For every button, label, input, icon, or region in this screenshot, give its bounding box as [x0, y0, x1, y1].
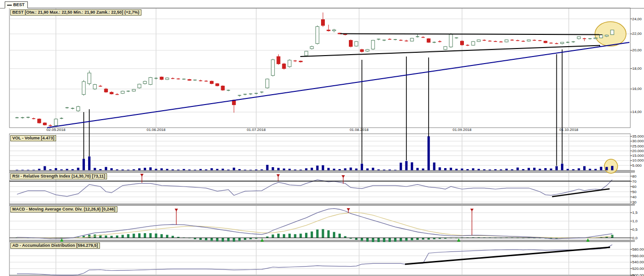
macd-histogram-bar — [155, 234, 157, 238]
candle-up — [366, 49, 369, 51]
macd-histogram-bar — [322, 229, 324, 238]
volume-bar — [605, 167, 608, 170]
volume-bar — [16, 170, 18, 170]
macd-histogram-bar — [233, 238, 235, 242]
candle-up — [310, 47, 314, 49]
volume-axis-label: 10.000 — [632, 158, 644, 162]
volume-panel-header[interactable]: VOL - Volume [4.473] — [10, 135, 56, 141]
macd-histogram-bar — [227, 238, 230, 241]
volume-bar — [311, 168, 313, 170]
volume-bar — [600, 167, 603, 170]
macd-histogram-bar — [272, 235, 274, 238]
volume-bar — [199, 169, 202, 170]
volume-bar — [455, 169, 458, 170]
candle-up — [355, 41, 358, 46]
volume-bar — [388, 170, 391, 170]
candle-down — [427, 39, 430, 42]
price-panel-header[interactable]: BEST [Otw.: 21,90 Max.: 22,50 Min.: 21,9… — [10, 9, 141, 16]
candle-up — [149, 78, 152, 85]
candle-up — [88, 73, 91, 84]
ad-axis-label: 560.000 — [632, 254, 644, 258]
volume-bar — [483, 169, 486, 170]
volume-bar — [372, 168, 374, 170]
ad-axis-label: 540.000 — [632, 260, 644, 264]
rsi-axis-label: 50 — [632, 190, 636, 194]
candle-up — [600, 35, 603, 38]
panel-splitter[interactable] — [9, 170, 635, 172]
volume-bar — [244, 170, 246, 170]
volume-bar — [416, 168, 419, 170]
volume-bar — [149, 167, 152, 170]
candle-up — [165, 78, 169, 79]
volume-bar — [322, 165, 324, 170]
macd-histogram-bar — [283, 234, 285, 238]
volume-bar — [533, 168, 536, 170]
macd-histogram-bar — [378, 238, 380, 242]
macd-histogram-bar — [244, 238, 246, 240]
macd-histogram-bar — [299, 234, 302, 238]
candle-down — [299, 61, 302, 62]
volume-bar — [438, 167, 441, 170]
panel-splitter[interactable] — [9, 240, 635, 242]
macd-panel-header[interactable]: MACD - Moving Average Conv. Div. (12,26,… — [10, 206, 117, 212]
macd-histogram-bar — [105, 235, 107, 238]
volume-bar — [472, 168, 474, 170]
macd-histogram-bar — [88, 235, 91, 238]
volume-axis-label: 25.000 — [632, 144, 644, 148]
candle-up — [477, 40, 480, 42]
volume-bar — [160, 168, 163, 170]
panel-splitter[interactable] — [9, 204, 635, 205]
date-axis-label: 01.09.2018 — [453, 128, 472, 132]
candle-down — [461, 41, 464, 45]
tab-best-series[interactable]: BEST — [5, 1, 28, 8]
rsi-axis-label: 30 — [632, 200, 636, 204]
macd-axis-label: 1,5 — [632, 211, 638, 215]
macd-histogram-bar — [216, 238, 218, 241]
volume-axis-label: 35.000 — [632, 134, 644, 138]
macd-histogram-bar — [411, 238, 413, 240]
volume-bar — [99, 169, 102, 170]
volume-bar — [127, 170, 130, 170]
volume-bar — [316, 166, 319, 170]
candle-down — [322, 20, 325, 26]
volume-bar — [517, 168, 519, 170]
volume-highlight[interactable] — [604, 159, 618, 173]
volume-bar — [277, 168, 280, 170]
volume-bar — [327, 168, 330, 170]
date-axis-label: 01.08.2018 — [350, 128, 369, 132]
price-panel-bg — [9, 8, 630, 128]
ad-panel-header[interactable]: AD - Accumulation Distribution [594.279,… — [10, 243, 100, 249]
candle-up — [577, 37, 580, 39]
candle-up — [143, 81, 147, 84]
vol-panel-bg — [9, 134, 630, 170]
volume-bar — [550, 169, 552, 170]
rsi-panel-header[interactable]: RSI - Relative Strength Index (14,30,70)… — [10, 173, 107, 179]
volume-bar — [49, 169, 51, 170]
volume-bar — [88, 156, 91, 170]
macd-histogram-bar — [222, 238, 224, 242]
volume-bar — [294, 170, 297, 170]
chart-canvas[interactable]: 02.05.201801.06.201801.07.201801.08.2018… — [0, 0, 644, 276]
candle-up — [410, 38, 413, 41]
rsi-axis-label: 70 — [632, 179, 636, 184]
candle-up — [611, 30, 614, 35]
candle-up — [93, 84, 97, 89]
candle-up — [82, 81, 85, 94]
candle-down — [277, 57, 280, 64]
volume-bar — [116, 170, 118, 170]
macd-histogram-bar — [116, 235, 118, 238]
macd-histogram-bar — [333, 232, 335, 238]
candle-up — [444, 47, 447, 49]
volume-bar — [249, 170, 252, 170]
macd-histogram-bar — [428, 238, 430, 240]
volume-bar — [561, 163, 563, 170]
volume-axis-label: 30.000 — [632, 139, 644, 143]
volume-bar — [344, 168, 347, 170]
volume-bar — [400, 162, 402, 170]
candle-up — [527, 40, 530, 41]
volume-bar — [383, 170, 385, 170]
volume-bar — [283, 169, 285, 170]
ad-axis-label: 500.000 — [632, 273, 644, 276]
candle-up — [266, 79, 269, 88]
volume-axis-label: 20.000 — [632, 149, 644, 153]
